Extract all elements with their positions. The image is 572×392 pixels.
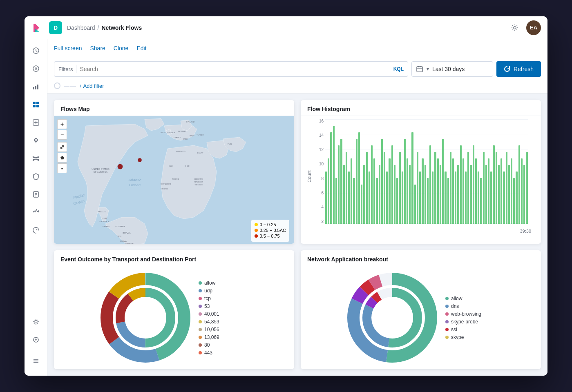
- legend-dot-allow: [199, 281, 202, 285]
- kql-badge[interactable]: KQL: [393, 66, 404, 72]
- france-label: FRANCE: [174, 136, 181, 138]
- y-label-6: 6: [321, 191, 324, 195]
- svg-rect-9: [36, 102, 39, 104]
- histogram-bar: [389, 158, 390, 224]
- map-tool-2[interactable]: ⬟: [57, 153, 67, 163]
- filter-input-group[interactable]: Filters KQL: [54, 61, 408, 77]
- histogram-bar: [432, 172, 433, 224]
- histogram-bar: [343, 165, 345, 224]
- atlantic-ocean-label2: Ocean: [129, 183, 141, 187]
- sidebar-item-management[interactable]: [28, 314, 44, 330]
- sidebar-item-devtools[interactable]: [28, 332, 44, 348]
- clone-link[interactable]: Clone: [114, 45, 129, 51]
- na-legend-dot-web: [445, 312, 449, 316]
- sidebar-item-uptime[interactable]: [28, 222, 44, 238]
- histogram-bar: [404, 139, 406, 224]
- sidebar-item-siem[interactable]: [28, 168, 44, 185]
- legend-dot-3: [255, 234, 258, 238]
- histogram-bar: [394, 165, 395, 224]
- svg-point-16: [33, 156, 34, 158]
- legend-dot-tcp: [199, 297, 202, 300]
- event-outcome-legend: allow udp tcp: [199, 280, 248, 356]
- sidebar-item-maps[interactable]: [28, 132, 44, 149]
- paraguay-label: PARAGUAY: [125, 243, 134, 244]
- svg-point-3: [33, 66, 39, 71]
- usa-label2: OF AMERICA: [94, 171, 108, 173]
- flow-histogram-content: 16 14 12 10 8 6 4 2: [301, 116, 541, 244]
- na-legend-dot-dns: [445, 305, 449, 308]
- map-controls: + − ⤢ ⬟ ▪: [57, 119, 67, 173]
- na-legend-dot-skype-probe: [445, 320, 449, 323]
- drc-label3: THE CONGO: [194, 184, 203, 186]
- map-tool-1[interactable]: ⤢: [57, 142, 67, 152]
- legend-40001: 40,001: [199, 311, 248, 317]
- histogram-bar: [414, 185, 416, 224]
- legend-dot-10056: [199, 328, 202, 331]
- histogram-bar: [455, 172, 456, 224]
- edit-link[interactable]: Edit: [136, 45, 146, 51]
- histogram-bar: [417, 152, 418, 224]
- histogram-bar: [490, 172, 492, 224]
- network-app-legend: allow dns web-browsing: [445, 296, 494, 340]
- sidebar-item-dashboard[interactable]: [28, 96, 44, 113]
- share-link[interactable]: Share: [90, 45, 105, 51]
- histogram-bar: [325, 172, 327, 224]
- histogram-bar: [508, 165, 510, 224]
- fullscreen-link[interactable]: Full screen: [54, 45, 82, 51]
- svg-point-4: [35, 68, 37, 69]
- legend-53-label: 53: [204, 303, 210, 309]
- nigeria-label: NIGERIA: [172, 178, 179, 180]
- sidebar-item-visualize[interactable]: [28, 78, 44, 95]
- histogram-bar: [473, 145, 474, 224]
- histogram-bar: [363, 165, 365, 224]
- histogram-bar: [335, 178, 337, 224]
- drc-label2: REPUBLIC OF: [194, 181, 203, 183]
- bolivia-label: BOLIVIA: [120, 240, 127, 242]
- sidebar-item-canvas[interactable]: [28, 114, 44, 131]
- sidebar-item-apm[interactable]: [28, 204, 44, 220]
- histogram-bar: [452, 158, 454, 224]
- zoom-in-button[interactable]: +: [57, 119, 67, 129]
- na-legend-allow: allow: [445, 296, 494, 301]
- sidebar-item-graph[interactable]: [28, 150, 44, 167]
- y-label-2: 2: [321, 220, 324, 224]
- histogram-bar: [496, 152, 497, 224]
- spain-label: SPAIN: [183, 138, 188, 140]
- filter-label: Filters: [58, 66, 73, 72]
- add-filter-link[interactable]: + Add filter: [79, 83, 104, 89]
- histogram-bar: [523, 165, 525, 224]
- legend-udp-label: udp: [204, 288, 212, 294]
- zoom-out-button[interactable]: −: [57, 130, 67, 140]
- sidebar-item-discover[interactable]: [28, 60, 44, 77]
- map-tool-3[interactable]: ▪: [57, 163, 67, 173]
- add-filter-row: — — + Add filter: [54, 81, 541, 93]
- histogram-bar: [366, 152, 368, 224]
- map-container[interactable]: + − ⤢ ⬟ ▪: [54, 116, 294, 244]
- histogram-bar: [353, 178, 355, 224]
- user-avatar[interactable]: EA: [526, 20, 541, 35]
- histogram-bar: [521, 158, 523, 224]
- na-legend-dns: dns: [445, 303, 494, 309]
- flows-map-content: + − ⤢ ⬟ ▪: [54, 116, 294, 244]
- flows-map-panel: Flows Map + − ⤢ ⬟ ▪: [54, 100, 294, 244]
- sidebar-item-recent[interactable]: [28, 42, 44, 59]
- legend-udp: udp: [199, 288, 248, 294]
- legend-dot-udp: [199, 289, 202, 292]
- histogram-bar: [511, 158, 512, 224]
- na-legend-allow-label: allow: [451, 296, 462, 301]
- settings-button[interactable]: [508, 21, 521, 34]
- egypt-label: EGYPT: [197, 152, 203, 154]
- norway-label: NORWAY: [178, 131, 187, 133]
- time-picker[interactable]: ▾ Last 30 days: [411, 61, 493, 77]
- sidebar-collapse[interactable]: [28, 353, 44, 369]
- na-legend-dot-skype: [445, 336, 449, 339]
- search-input[interactable]: [80, 66, 390, 72]
- histogram-bar: [338, 145, 340, 224]
- sidebar-item-logs[interactable]: [28, 186, 44, 203]
- refresh-button[interactable]: Refresh: [496, 61, 541, 77]
- histogram-bar: [402, 172, 403, 224]
- app-icon: D: [49, 21, 62, 34]
- histogram-bar: [411, 132, 413, 224]
- filter-circle: [54, 82, 60, 89]
- histogram-bar: [445, 172, 446, 224]
